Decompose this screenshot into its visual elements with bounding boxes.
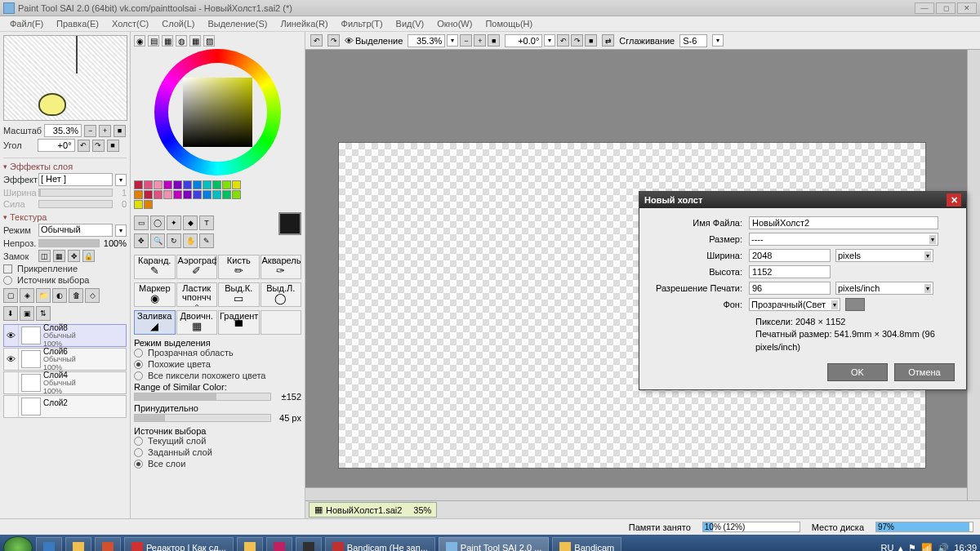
sel-rect-tool[interactable]: ▭ xyxy=(134,216,149,230)
stabilizer-input[interactable]: S-6 xyxy=(679,34,707,47)
sel-lasso-tool[interactable]: ◯ xyxy=(150,216,165,230)
selmode-all-radio[interactable] xyxy=(134,371,143,380)
menu-canvas[interactable]: Холст(C) xyxy=(105,17,155,30)
selmode-similar-radio[interactable] xyxy=(134,360,143,369)
blend-mode-select[interactable]: Обычный xyxy=(38,224,113,237)
height-input[interactable] xyxy=(749,265,831,278)
clip-radio[interactable] xyxy=(3,276,12,285)
layer-item[interactable]: 👁Слой8Обычный100% xyxy=(3,324,127,347)
bg-select[interactable]: Прозрачный(Свет xyxy=(749,298,840,311)
undo-button[interactable]: ↶ xyxy=(310,34,323,47)
brush-tool-Маркер[interactable]: Маркер◉ xyxy=(134,282,176,307)
new-vector-layer-button[interactable]: ◈ xyxy=(20,288,34,303)
rot-ccw-button[interactable]: ↶ xyxy=(557,34,569,47)
document-tab[interactable]: ▦ НовыйХолст1.sai2 35% xyxy=(309,502,437,518)
scrollbar-horizontal[interactable] xyxy=(305,487,967,500)
shape-tool[interactable]: ◆ xyxy=(183,216,198,230)
clear-layer-button[interactable]: ◇ xyxy=(85,288,100,303)
selmode-transparent-radio[interactable] xyxy=(134,349,143,358)
taskbar-app-6[interactable]: Paint Tool SAI 2.0 ... xyxy=(439,537,549,551)
brush-tool-Выд.К.[interactable]: Выд.К.▭ xyxy=(218,282,260,307)
color-mixer-icon[interactable]: ◍ xyxy=(176,35,187,47)
angle-cw-button[interactable]: ↷ xyxy=(92,140,105,152)
swatch[interactable] xyxy=(144,180,153,189)
taskbar-app-2[interactable] xyxy=(237,537,263,551)
sel-wand-tool[interactable]: ✦ xyxy=(167,216,181,230)
zoom-fit-button[interactable]: ■ xyxy=(488,34,500,47)
swatch[interactable] xyxy=(183,190,192,199)
swatch[interactable] xyxy=(144,200,153,209)
menu-ruler[interactable]: Линейка(R) xyxy=(274,17,334,30)
src-all-radio[interactable] xyxy=(134,460,143,469)
cancel-button[interactable]: Отмена xyxy=(894,363,955,381)
swatch[interactable] xyxy=(173,190,182,199)
zoom-in-button[interactable]: + xyxy=(474,34,486,47)
layer-visibility-icon[interactable]: 👁 xyxy=(4,349,19,370)
taskbar-app-1[interactable]: Редактор | Как сд... xyxy=(124,537,234,551)
blend-dropdown-icon[interactable]: ▾ xyxy=(115,224,127,237)
lock-all-button[interactable]: 🔒 xyxy=(82,250,95,262)
angle-ccw-button[interactable]: ↶ xyxy=(78,140,90,152)
menu-edit[interactable]: Правка(E) xyxy=(50,17,105,30)
zoom-dd-icon[interactable]: ▾ xyxy=(447,34,458,47)
swatch[interactable] xyxy=(203,190,212,199)
color-scratch-icon[interactable]: ▨ xyxy=(203,35,215,47)
stab-dd-icon[interactable]: ▾ xyxy=(712,34,724,47)
src-current-radio[interactable] xyxy=(134,437,143,446)
swatch[interactable] xyxy=(163,180,172,189)
brush-tool-[interactable] xyxy=(261,310,302,335)
menu-help[interactable]: Помощь(H) xyxy=(479,17,539,30)
range-slider[interactable] xyxy=(134,393,271,401)
swatch[interactable] xyxy=(173,180,182,189)
layer-mask-button[interactable]: ◐ xyxy=(52,288,67,303)
layer-visibility-icon[interactable] xyxy=(4,372,19,393)
flip-h-button[interactable]: ⇄ xyxy=(602,34,614,47)
new-layer-button[interactable]: ▢ xyxy=(3,288,18,303)
tray-flag-icon[interactable]: ⚑ xyxy=(908,543,916,552)
swatch[interactable] xyxy=(163,190,172,199)
delete-layer-button[interactable]: 🗑 xyxy=(69,288,83,303)
brush-tool-Выд.Л.[interactable]: Выд.Л.◯ xyxy=(261,282,302,307)
swatch[interactable] xyxy=(232,190,241,199)
taskbar-pinned-3[interactable] xyxy=(95,537,121,551)
swatch[interactable] xyxy=(222,180,231,189)
taskbar-pinned-2[interactable] xyxy=(65,537,91,551)
zoom-out-button[interactable]: − xyxy=(460,34,472,47)
tray-net-icon[interactable]: 📶 xyxy=(921,543,933,552)
taskbar-app-7[interactable]: Bandicam xyxy=(552,537,621,551)
swatch[interactable] xyxy=(134,200,143,209)
brush-tool-Ластик чпончч[interactable]: Ластик чпончч◇ xyxy=(176,282,218,307)
force-slider[interactable] xyxy=(134,414,271,422)
scale-minus-button[interactable]: − xyxy=(84,125,96,137)
rot-reset-button[interactable]: ■ xyxy=(585,34,597,47)
new-folder-button[interactable]: 📁 xyxy=(36,288,51,303)
swatch[interactable] xyxy=(222,190,231,199)
brush-tool-Кисть[interactable]: Кисть✏ xyxy=(218,255,260,279)
swatch[interactable] xyxy=(212,180,221,189)
scale-plus-button[interactable]: + xyxy=(99,125,111,137)
rotation-input[interactable]: +0.0° xyxy=(505,34,542,47)
effect-select[interactable]: [ Нет ] xyxy=(38,173,113,186)
taskbar-app-5[interactable]: Bandicam (Не зап... xyxy=(325,537,435,551)
unit-select[interactable]: pixels xyxy=(835,249,933,262)
texture-header[interactable]: Текстура xyxy=(3,212,127,222)
opacity-slider[interactable] xyxy=(38,239,100,247)
swatch[interactable] xyxy=(134,190,143,199)
filename-input[interactable] xyxy=(749,216,938,229)
zoom-input[interactable]: 35.3% xyxy=(408,34,445,47)
taskbar-app-3[interactable] xyxy=(266,537,292,551)
taskbar-pinned-1[interactable] xyxy=(36,537,62,551)
hand-tool[interactable]: ✋ xyxy=(183,233,198,248)
menu-layer[interactable]: Слой(L) xyxy=(155,17,201,30)
menu-selection[interactable]: Выделение(S) xyxy=(201,17,274,30)
start-button[interactable] xyxy=(3,536,33,551)
menu-window[interactable]: Окно(W) xyxy=(430,17,479,30)
color-hsv-icon[interactable]: ▦ xyxy=(162,35,173,47)
taskbar-app-4[interactable] xyxy=(296,537,322,551)
angle-reset-button[interactable]: ■ xyxy=(107,140,119,152)
angle-input[interactable]: +0° xyxy=(38,139,75,152)
layer-item[interactable]: 👁Слой6Обычный100% xyxy=(3,348,127,371)
scrollbar-vertical[interactable] xyxy=(967,50,980,500)
menu-file[interactable]: Файл(F) xyxy=(3,17,50,30)
swatch[interactable] xyxy=(183,180,192,189)
